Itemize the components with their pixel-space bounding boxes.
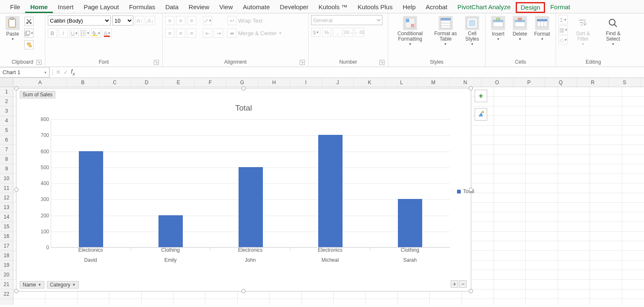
pivot-axis-field-category[interactable]: Category: [47, 281, 79, 289]
row-header[interactable]: 17: [0, 241, 13, 251]
row-header[interactable]: 7: [0, 145, 13, 155]
align-middle-button[interactable]: ≡: [176, 16, 185, 25]
tab-format[interactable]: Format: [545, 2, 575, 13]
tab-file[interactable]: File: [5, 2, 25, 13]
row-header[interactable]: 3: [0, 106, 13, 116]
number-launcher[interactable]: ↘: [379, 60, 384, 65]
cell-styles-button[interactable]: Cell Styles▾: [462, 15, 483, 47]
align-center-button[interactable]: ≡: [176, 28, 185, 38]
percent-button[interactable]: %: [322, 28, 331, 37]
chart-handle[interactable]: [469, 86, 473, 90]
chart-bar[interactable]: [158, 215, 183, 248]
chart-handle[interactable]: [14, 86, 18, 90]
chart-handle[interactable]: [14, 188, 18, 192]
orientation-button[interactable]: ⤢: [203, 16, 212, 25]
column-header[interactable]: P: [513, 78, 545, 87]
column-header[interactable]: E: [163, 78, 195, 87]
comma-button[interactable]: ,: [333, 28, 342, 37]
chart-handle[interactable]: [469, 289, 473, 293]
formula-input[interactable]: [78, 67, 644, 77]
column-header[interactable]: G: [226, 78, 258, 87]
row-header[interactable]: 20: [0, 270, 13, 280]
sort-filter-button[interactable]: Sort & Filter▾: [569, 15, 597, 47]
row-header[interactable]: 1: [0, 87, 13, 97]
font-size-select[interactable]: 10: [112, 15, 133, 26]
clear-button[interactable]: ◇: [558, 35, 568, 44]
chart-plot-area[interactable]: 0100200300400500600700800 ElectronicsDav…: [35, 119, 450, 263]
pivot-collapse-button[interactable]: −: [459, 280, 467, 288]
row-header[interactable]: 19: [0, 261, 13, 270]
column-header[interactable]: F: [195, 78, 226, 87]
tab-developer[interactable]: Developer: [275, 2, 313, 13]
font-name-select[interactable]: Calibri (Body): [48, 15, 111, 26]
accounting-format-button[interactable]: $: [311, 28, 320, 37]
italic-button[interactable]: I: [59, 28, 68, 38]
insert-cells-button[interactable]: Insert▾: [488, 15, 508, 42]
select-all-corner[interactable]: [0, 78, 13, 87]
pivot-chart[interactable]: Sum of Sales Total 010020030040050060070…: [16, 88, 471, 292]
chart-bar[interactable]: [318, 135, 343, 247]
chart-bar[interactable]: [239, 167, 263, 247]
conditional-formatting-button[interactable]: Conditional Formatting▾: [391, 15, 429, 47]
tab-help[interactable]: Help: [397, 2, 421, 13]
column-header[interactable]: R: [577, 78, 609, 87]
format-painter-button[interactable]: [24, 40, 34, 49]
column-header[interactable]: L: [386, 78, 418, 87]
underline-button[interactable]: U: [70, 28, 79, 38]
column-header[interactable]: J: [322, 78, 354, 87]
clipboard-launcher[interactable]: ↘: [36, 60, 42, 65]
chart-elements-button[interactable]: +: [475, 90, 487, 102]
tab-insert[interactable]: Insert: [53, 2, 79, 13]
increase-indent-button[interactable]: ⇥: [214, 28, 223, 38]
tab-review[interactable]: Review: [184, 2, 214, 13]
delete-cells-button[interactable]: Delete▾: [510, 15, 530, 42]
chart-handle[interactable]: [242, 289, 246, 293]
chart-title[interactable]: Total: [16, 88, 471, 113]
column-header[interactable]: O: [481, 78, 513, 87]
decrease-font-button[interactable]: A↓: [146, 16, 155, 25]
fill-button[interactable]: ▥: [558, 25, 568, 34]
align-right-button[interactable]: ≡: [187, 28, 196, 38]
row-header[interactable]: 16: [0, 232, 13, 241]
increase-decimal-button[interactable]: .00→: [344, 28, 353, 37]
row-header[interactable]: 15: [0, 222, 13, 232]
tab-design[interactable]: Design: [516, 2, 545, 13]
format-as-table-button[interactable]: Format as Table▾: [431, 15, 460, 47]
pivot-axis-field-name[interactable]: Name: [20, 281, 44, 289]
name-box[interactable]: Chart 1▾: [0, 67, 49, 77]
enter-formula-icon[interactable]: ✓: [63, 69, 68, 75]
row-header[interactable]: 4: [0, 116, 13, 126]
row-header[interactable]: 11: [0, 183, 13, 193]
font-launcher[interactable]: ↘: [154, 60, 159, 65]
column-header[interactable]: H: [258, 78, 290, 87]
align-top-button[interactable]: ≡: [165, 16, 174, 25]
merge-center-button[interactable]: ⬌Merge & Center▾: [227, 28, 281, 39]
column-header[interactable]: K: [354, 78, 386, 87]
decrease-indent-button[interactable]: ⇤: [203, 28, 212, 38]
column-header[interactable]: A: [13, 78, 67, 87]
row-header[interactable]: 9: [0, 164, 13, 174]
column-header[interactable]: M: [418, 78, 449, 87]
column-header[interactable]: D: [131, 78, 163, 87]
column-header[interactable]: N: [449, 78, 481, 87]
find-select-button[interactable]: Find & Select▾: [598, 15, 628, 47]
column-header[interactable]: I: [290, 78, 322, 87]
row-header[interactable]: 21: [0, 280, 13, 289]
column-header[interactable]: B: [67, 78, 99, 87]
chart-bar[interactable]: [398, 199, 422, 247]
row-header[interactable]: 8: [0, 155, 13, 164]
tab-formulas[interactable]: Formulas: [124, 2, 161, 13]
column-header[interactable]: S: [609, 78, 641, 87]
tab-acrobat[interactable]: Acrobat: [421, 2, 452, 13]
row-header[interactable]: 2: [0, 97, 13, 106]
row-header[interactable]: 22: [0, 289, 13, 299]
fill-color-button[interactable]: [91, 28, 101, 38]
tab-kutools[interactable]: Kutools ™: [314, 2, 353, 13]
align-bottom-button[interactable]: ≡: [187, 16, 196, 25]
format-cells-button[interactable]: Format▾: [532, 15, 553, 42]
tab-home[interactable]: Home: [25, 2, 53, 13]
cell-grid[interactable]: Sum of Sales Total 010020030040050060070…: [13, 87, 644, 305]
chart-bar[interactable]: [79, 151, 103, 248]
autosum-button[interactable]: Σ: [558, 15, 568, 24]
cancel-formula-icon[interactable]: ✕: [56, 69, 61, 75]
